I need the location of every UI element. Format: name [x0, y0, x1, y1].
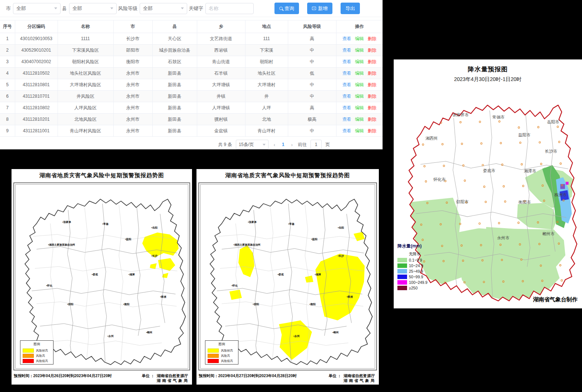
chevron-down-icon [54, 7, 57, 9]
query-button[interactable]: 查询 [274, 3, 299, 14]
keyword-input[interactable] [205, 3, 254, 14]
legend-item: ≥250 [397, 286, 427, 290]
op-delete-link[interactable]: 删除 [368, 59, 377, 64]
legend-label: 风险很高 [36, 359, 48, 363]
op-view-link[interactable]: 查看 [342, 36, 351, 41]
legend-label: 100~249.9 [409, 280, 427, 285]
legend-swatch [23, 359, 34, 363]
city-select[interactable]: 全部 [13, 3, 61, 14]
filter-bar: 市 全部 县 全部 风险等级 全部 关键字 查询 + 新 [0, 0, 383, 17]
op-edit-link[interactable]: 编辑 [355, 105, 364, 110]
table-cell: 城步苗族自治县 [152, 45, 197, 56]
op-delete-link[interactable]: 删除 [368, 48, 377, 53]
city-label: 郴州市 [542, 231, 555, 237]
op-view-link[interactable]: 查看 [342, 128, 351, 133]
table-cell: 中 [288, 79, 336, 91]
op-delete-link[interactable]: 删除 [368, 94, 377, 99]
legend-item: 风险高 [23, 354, 51, 358]
table-cell: 新田县 [152, 79, 197, 91]
city-filter-label: 市 [6, 5, 11, 12]
col-header-county: 县 [152, 20, 197, 33]
op-edit-link[interactable]: 编辑 [355, 128, 364, 133]
legend-swatch [208, 359, 219, 363]
table-cell: 长沙市 [113, 33, 152, 45]
city-label: ●衡阳 [309, 302, 316, 306]
prev-page-button[interactable]: ‹ [272, 142, 277, 148]
query-button-label: 查询 [285, 5, 294, 12]
op-delete-link[interactable]: 删除 [368, 117, 377, 122]
export-button[interactable]: 导出 [341, 3, 360, 14]
add-button[interactable]: + 新增 [307, 3, 332, 14]
op-delete-link[interactable]: 删除 [368, 36, 377, 41]
county-select[interactable]: 全部 [69, 3, 117, 14]
op-edit-link[interactable]: 编辑 [355, 36, 364, 41]
table-row: 2430529010201下宋溪风险区邵阳市城步苗族自治县西岩镇下宋溪中查看编辑… [0, 45, 383, 56]
table-cell: 青山坪村风险区 [58, 125, 113, 137]
table-cell-actions: 查看编辑删除 [336, 56, 383, 68]
unit-label: 单位 ： [329, 373, 341, 383]
op-delete-link[interactable]: 删除 [368, 128, 377, 133]
legend-item: 风险高 [208, 354, 236, 358]
legend-item: 25~49.9 [397, 269, 427, 273]
op-view-link[interactable]: 查看 [342, 94, 351, 99]
trend-map-2-footer: 预报时间：2023年04月27日20时到2023年04月28日20时 单位 ： … [199, 373, 376, 383]
city-label: ●益阳 [311, 237, 318, 241]
city-select-value: 全部 [16, 5, 26, 12]
table-cell: 金盆镇 [197, 125, 245, 137]
op-edit-link[interactable]: 编辑 [355, 59, 364, 64]
col-header-actions: 操作 [336, 20, 383, 33]
risk-level-select-value: 全部 [143, 5, 153, 12]
op-view-link[interactable]: 查看 [342, 117, 351, 122]
city-label: 株洲市 [555, 192, 567, 197]
op-view-link[interactable]: 查看 [342, 82, 351, 87]
table-cell: 5 [0, 79, 15, 91]
city-label: ●郴州 [332, 331, 339, 334]
city-label: ●怀化 [231, 284, 238, 288]
legend-swatch [397, 286, 407, 290]
op-delete-link[interactable]: 删除 [368, 82, 377, 87]
goto-page-input[interactable] [310, 140, 322, 149]
table-cell: 低 [288, 68, 336, 79]
op-view-link[interactable]: 查看 [342, 105, 351, 110]
op-view-link[interactable]: 查看 [342, 59, 351, 64]
legend-label: ≥250 [409, 286, 417, 290]
op-delete-link[interactable]: 删除 [368, 105, 377, 110]
rain-legend: 降水量(mm) 无降水0.1~9.910~24.925~49.950~99.91… [397, 243, 427, 290]
op-view-link[interactable]: 查看 [342, 48, 351, 53]
page-size-select[interactable]: 15条/页 [236, 140, 269, 149]
table-row: 443112810502地头社区风险区永州市新田县石羊镇地头社区低查看编辑删除 [0, 68, 383, 79]
next-page-button[interactable]: › [290, 142, 294, 148]
op-edit-link[interactable]: 编辑 [355, 48, 364, 53]
op-edit-link[interactable]: 编辑 [355, 117, 364, 122]
op-edit-link[interactable]: 编辑 [355, 71, 364, 76]
table-cell: 43112810802 [15, 102, 58, 114]
table-cell: 邵阳市 [113, 45, 152, 56]
table-cell: 中 [288, 125, 336, 137]
op-edit-link[interactable]: 编辑 [355, 94, 364, 99]
table-cell: 朝阳村风险区 [58, 56, 113, 68]
table-row: 743112810802人坪风险区永州市新田县人坪塘镇人坪高查看编辑删除 [0, 102, 383, 114]
trend-map-2-title: 湖南省地质灾害气象风险中短期预警预报趋势图 [196, 169, 379, 179]
current-page-number[interactable]: 1 [280, 142, 286, 147]
table-cell: 3 [0, 56, 15, 68]
op-view-link[interactable]: 查看 [342, 71, 351, 76]
city-label: 娄底市 [483, 168, 495, 173]
risk-level-select[interactable]: 全部 [140, 3, 187, 14]
table-cell: 6 [0, 91, 15, 102]
table-cell: 430529010201 [15, 45, 58, 56]
table-cell: 朝阳村 [245, 56, 288, 68]
city-label: ●岳阳 [338, 226, 344, 230]
table-cell: 新田县 [152, 102, 197, 114]
col-header-no: 序号 [0, 20, 15, 33]
page-suffix-label: 页 [325, 142, 330, 148]
city-label: ●娄底 [92, 273, 98, 276]
add-folder-icon: + [312, 7, 316, 10]
table-cell: 43112810201 [15, 114, 58, 125]
op-delete-link[interactable]: 删除 [368, 71, 377, 76]
legend-title: 图例 [20, 341, 53, 347]
table-cell: 中 [288, 91, 336, 102]
table-cell: 1 [0, 33, 15, 45]
table-cell-actions: 查看编辑删除 [336, 45, 383, 56]
table-row: 643112810701井风险区永州市新田县井镇井中查看编辑删除 [0, 91, 383, 102]
op-edit-link[interactable]: 编辑 [355, 82, 364, 87]
